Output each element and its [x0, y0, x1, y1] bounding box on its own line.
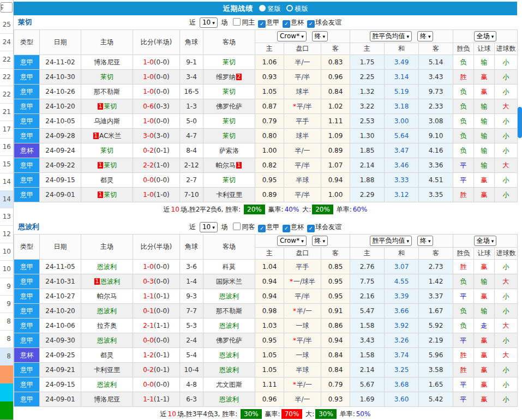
serie-a-checkbox[interactable]: ✓	[258, 20, 266, 28]
league-type-cell: 意甲	[14, 363, 40, 377]
match-score: 1-0(0-0)	[133, 260, 180, 274]
home-team-name: 都灵	[100, 351, 113, 359]
cup-checkbox[interactable]: ✓	[283, 20, 290, 28]
avg-final-select[interactable]: 终▾	[417, 236, 434, 246]
handicap: 球半	[284, 129, 321, 143]
odds-final-select[interactable]: 终▾	[312, 236, 328, 246]
match-score: 1-0(0-0)	[133, 70, 180, 85]
same-venue-checkbox[interactable]	[233, 223, 241, 230]
avg-final-select[interactable]: 终▾	[417, 31, 434, 41]
league-type-badge: 意甲	[14, 363, 39, 377]
result-cell: 胜	[453, 260, 474, 274]
cup-checkbox[interactable]: ✓	[283, 225, 290, 232]
avg-away-odds: 5.96	[419, 348, 453, 363]
odds-final-select[interactable]: 终▾	[312, 31, 328, 41]
away-team: 莱切	[203, 129, 255, 143]
avg-select[interactable]: 胜平负均值▾	[370, 236, 412, 246]
match-date: 24-09-28	[40, 129, 81, 143]
friendly-checkbox[interactable]: ✓	[307, 20, 315, 28]
avg-home-odds: 3.43	[350, 333, 385, 348]
goals-result-cell: 小	[495, 55, 518, 70]
big-rate-value: 20%	[312, 205, 333, 214]
avg-home-odds: 1.69	[350, 392, 385, 407]
corner-score: 5-0	[180, 114, 203, 129]
home-team: 那不勒斯	[81, 85, 133, 99]
goals-result-cell: 小	[495, 333, 518, 348]
handicap: 平手	[284, 114, 321, 129]
chevron-down-icon: ▾	[491, 238, 494, 244]
goals-result-cell: 小	[495, 70, 518, 85]
home-team: 1莱切	[81, 99, 133, 114]
goals-result-cell: 大	[495, 319, 518, 333]
match-date: 24-11-02	[40, 55, 81, 70]
match-row: 意甲24-11-05恩波利1-0(0-0)3-6科莫1.04平手0.852.76…	[14, 260, 518, 274]
scope-group-header: 全场▾	[453, 235, 518, 248]
away-team-name: 卡利亚里	[216, 191, 242, 199]
match-score: 1-0(0-0)	[133, 85, 180, 99]
home-odds: 0.96	[255, 392, 284, 407]
chevron-down-icon: ▾	[491, 34, 494, 39]
home-team-name: 恩波利	[97, 263, 117, 271]
home-team-name: 博洛尼亚	[94, 58, 120, 66]
filter-bar: 近 10▾ 场 同主 ✓意甲 ✓意杯 ✓球会友谊	[14, 15, 517, 29]
fulltime-score: 1-1	[143, 292, 154, 300]
away-team-name: 那不勒斯	[216, 307, 242, 315]
avg-draw-odds: 4.55	[385, 274, 419, 289]
scrollbar-thumb[interactable]	[518, 107, 522, 138]
home-team: 博洛尼亚	[81, 392, 133, 407]
result-cell: 负	[453, 274, 474, 289]
odds-source-select[interactable]: Crow*▾	[277, 31, 307, 41]
sidebar-color-block	[0, 401, 13, 419]
result-cell: 平	[453, 392, 474, 407]
halftime-score: (0-0)	[154, 381, 170, 388]
handicap-result-cell: 赢	[474, 260, 495, 274]
fulltime-score: 1-1	[143, 395, 154, 403]
sidebar-number: 24	[0, 34, 13, 51]
match-score: 0-3(0-0)	[133, 274, 180, 289]
match-count-select[interactable]: 10▾	[200, 222, 218, 232]
serie-a-checkbox[interactable]: ✓	[258, 225, 266, 232]
scope-select[interactable]: 全场▾	[474, 236, 497, 246]
cup-label: 意杯	[291, 223, 304, 231]
match-date: 24-09-15	[40, 377, 81, 392]
sidebar-number: 16	[0, 139, 13, 156]
goals-result-cell: 小	[495, 143, 518, 158]
red-card-badge: 1	[98, 162, 103, 169]
match-count-select[interactable]: 10▾	[200, 17, 218, 28]
home-team: 1恩波利	[81, 274, 133, 289]
friendly-checkbox[interactable]: ✓	[307, 225, 315, 232]
result-cell: 胜	[453, 363, 474, 377]
away-team-name: 莱切	[223, 88, 236, 95]
match-row: 意杯24-09-24莱切0-2(0-1)8-4萨索洛1.00半/一0.891.8…	[14, 143, 518, 158]
home-team-name: 莱切	[104, 161, 117, 169]
away-team: 科莫	[203, 260, 255, 274]
league-type-badge: 意甲	[14, 85, 39, 99]
home-odds: 0.79	[255, 114, 284, 129]
match-score: 1-0(0-0)	[133, 55, 180, 70]
away-team-name: 恩波利	[219, 292, 239, 300]
fulltime-score: 0-0	[143, 176, 154, 184]
halftime-score: (0-1)	[154, 366, 170, 374]
vertical-radio[interactable]	[259, 5, 266, 11]
match-score: 3-0(3-0)	[133, 129, 180, 143]
horizontal-radio[interactable]	[286, 5, 293, 11]
league-type-cell: 意甲	[14, 129, 40, 143]
match-score: 0-6(0-3)	[133, 99, 180, 114]
odds-source-select[interactable]: Crow*▾	[277, 236, 307, 246]
avg-select[interactable]: 胜平负均值▾	[370, 31, 412, 41]
chevron-down-icon: ▾	[428, 238, 431, 244]
scope-select[interactable]: 全场▾	[474, 31, 497, 41]
sidebar-number: 9	[0, 296, 13, 313]
let-rate-label: 赢率:	[265, 410, 280, 418]
halftime-score: (0-0)	[154, 337, 170, 344]
away-team: 尤文图斯	[203, 377, 255, 392]
same-venue-checkbox[interactable]	[233, 18, 241, 26]
col-header-odds-home: 主	[255, 248, 284, 260]
odds-group-header: Crow*▾ 终▾	[255, 235, 350, 248]
goals-result-cell: 大	[495, 348, 518, 363]
result-cell: 负	[453, 99, 474, 114]
col-header-corner: 角球	[180, 30, 203, 55]
corner-score: 3-4	[180, 70, 203, 85]
changed-line-star: *	[290, 278, 293, 285]
halftime-score: (0-0)	[154, 263, 170, 271]
